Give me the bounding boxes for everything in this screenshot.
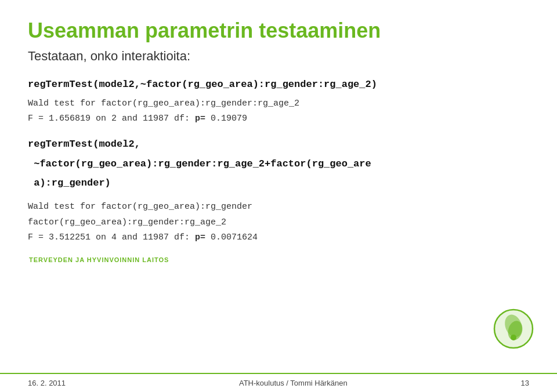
wald-line1-block1: Wald test for factor(rg_geo_area):rg_gen… — [28, 97, 529, 111]
subtitle: Testataan, onko interaktioita: — [28, 49, 529, 64]
code-block-1: regTermTest(model2,~factor(rg_geo_area):… — [28, 78, 529, 92]
p-value-1: 0.19079 — [211, 114, 247, 124]
logo-area — [493, 308, 534, 351]
code-indent2 — [28, 177, 34, 188]
p-value-3: 0.0071624 — [211, 233, 258, 242]
wald-line1-block3: Wald test for factor(rg_geo_area):rg_gen… — [28, 201, 529, 214]
f-line-block3: F = 3.512251 on 4 and 11987 df: p= 0.007… — [28, 231, 529, 245]
thl-logo-icon — [493, 308, 534, 349]
slide-title: Useamman parametrin testaaminen — [28, 19, 529, 43]
f-value-1: F = 1.656819 on 2 and 11987 df: — [28, 114, 190, 124]
footer: 16. 2. 2011 ATH-koulutus / Tommi Härkäne… — [0, 373, 557, 392]
thl-label: TERVEYDEN JA HYVINVOINNIN LAITOS — [28, 256, 529, 263]
slide: Useamman parametrin testaaminen Testataa… — [0, 0, 557, 392]
f-line-block1: F = 1.656819 on 2 and 11987 df: p= 0.190… — [28, 112, 529, 126]
code-block-2-line3: a):rg_gender) — [28, 176, 529, 190]
p-label-1: p= — [195, 114, 205, 124]
code-indent — [28, 158, 34, 169]
p-label-3: p= — [195, 233, 205, 242]
footer-title: ATH-koulutus / Tommi Härkänen — [239, 379, 348, 387]
wald-line2-block3: factor(rg_geo_area):rg_gender:rg_age_2 — [28, 216, 529, 230]
footer-date: 16. 2. 2011 — [28, 379, 66, 387]
footer-page: 13 — [521, 379, 529, 387]
code-block-2-line1: regTermTest(model2, — [28, 137, 529, 151]
main-content: Useamman parametrin testaaminen Testataa… — [0, 0, 557, 392]
f-value-3: F = 3.512251 on 4 and 11987 df: — [28, 233, 190, 242]
svg-point-4 — [511, 335, 516, 340]
code-block-2-line2: ~factor(rg_geo_area):rg_gender:rg_age_2+… — [28, 157, 529, 171]
